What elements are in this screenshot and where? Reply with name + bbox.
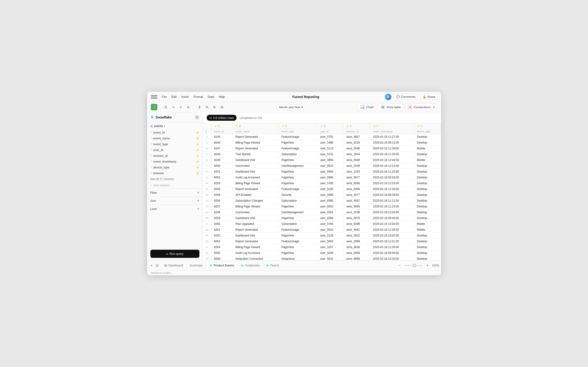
column-item-event-timestamp[interactable]: ⠿ event_timestamp ⚡	[147, 159, 203, 165]
lightning-icon: ⚡	[196, 148, 199, 152]
col-header-c[interactable]: ⚡ C	[278, 123, 317, 129]
chevron-down-icon: ▾	[301, 105, 303, 109]
comments-button[interactable]: 💬 Comments	[394, 94, 418, 100]
sidebar-close-button[interactable]: ✕	[195, 115, 199, 120]
table-row[interactable]: 168259Dashboard VisitPageViewuser_6584se…	[203, 215, 441, 221]
limit-add-button[interactable]: +	[197, 207, 199, 211]
table-row[interactable]: 228265Audit Log AccessedPageViewuser_526…	[203, 250, 441, 256]
table-row[interactable]: 148257Billing Page ViewedPageViewuser_65…	[203, 204, 441, 209]
zoom-out-button[interactable]: −	[397, 263, 402, 268]
align-right-icon[interactable]: ≡	[178, 104, 184, 110]
table-row[interactable]: 28245Report GeneratedFeatureUsageuser_57…	[203, 134, 441, 140]
tab-customers[interactable]: ❄ Customers	[238, 262, 263, 269]
table-row[interactable]: 98252Audit Log AccessedPageViewuser_5966…	[203, 175, 441, 181]
currency-icon[interactable]: $	[197, 104, 202, 110]
column-item-event-name[interactable]: ⠿ event_name ⚡	[147, 135, 203, 141]
table-row[interactable]: 1282552FA EnabledSecurityuser_4585sess_4…	[203, 192, 441, 198]
col-header-d[interactable]: ⚡ D	[317, 123, 343, 129]
menu-format[interactable]: Format	[191, 94, 205, 100]
lightning-g-icon: ⚡	[417, 125, 420, 127]
content-area: ∞ 5.8 million rows completed in 23s ⚡	[203, 112, 441, 260]
table-row[interactable]: 138256Subscription ChangedSubscriptionus…	[203, 198, 441, 204]
tab-summary[interactable]: Summary	[186, 262, 206, 268]
table-name: events	[154, 124, 163, 128]
drag-icon: ⠿	[150, 137, 152, 140]
col-header-b[interactable]: ⚡ B	[233, 123, 279, 129]
table-row[interactable]: 38246Billing Page ViewedPageViewuser_548…	[203, 140, 441, 146]
menu-insert[interactable]: Insert	[179, 94, 191, 100]
share-button[interactable]: 🔒 Share	[420, 94, 437, 100]
table-row[interactable]: 198262Dashboard VisitPageViewuser_5129se…	[203, 233, 441, 239]
col-header-g[interactable]: ⚡ G	[414, 123, 441, 129]
col-header-e[interactable]: ⚡ E	[343, 123, 370, 129]
run-query-button[interactable]: ∞ Run query	[150, 250, 199, 258]
tab-product-events[interactable]: ❄ Product Events	[206, 262, 238, 269]
align-center-icon[interactable]: ≡	[170, 104, 176, 110]
table-row[interactable]: 158258UserInvitedUserManagementuser_6551…	[203, 209, 441, 215]
tab-list-icon[interactable]: ☰	[154, 263, 160, 268]
column-item-session-id[interactable]: ⠿ session_id ⚡	[147, 153, 203, 159]
table-row[interactable]: 208263Report GeneratedFeatureUsageuser_5…	[203, 239, 441, 244]
table-row[interactable]: 118254Report GeneratedFeatureUsageuser_5…	[203, 186, 441, 192]
percent-icon[interactable]: %	[204, 104, 210, 110]
table-icon: ⊞	[150, 125, 153, 128]
field-event-timestamp: event_timestamp	[370, 129, 414, 134]
table-row[interactable]: 68249Dashboard VisitPageViewuser_4856ses…	[203, 157, 441, 163]
column-item-browser[interactable]: ⠿ browser ⚡	[147, 170, 203, 176]
table-row[interactable]: 48247Report GeneratedFeatureUsageuser_51…	[203, 146, 441, 151]
connections-button[interactable]: ✦ Connections · 3	[405, 103, 437, 111]
format-icon[interactable]: ⊞	[219, 104, 225, 110]
menu-data[interactable]: Data	[206, 94, 216, 100]
month-selector[interactable]: Month and Year ▾	[277, 104, 306, 110]
table-row[interactable]: 188261Report GeneratedFeatureUsageuser_5…	[203, 227, 441, 233]
limit-header[interactable]: Limit +	[150, 207, 199, 211]
table-row[interactable]: 88251Dashboard VisitPageViewuser_5864ses…	[203, 169, 441, 175]
column-item-event-id[interactable]: ⠿ event_id ⚡	[147, 130, 203, 135]
table-row[interactable]: 238266Integration ConnectedIntegrationus…	[203, 256, 441, 260]
sort-add-button[interactable]: +	[197, 199, 199, 203]
sort-section: Sort +	[147, 197, 203, 205]
chart-button[interactable]: 📊 Chart	[358, 103, 376, 111]
lightning-a-icon: ⚡	[214, 125, 217, 127]
tab-teams[interactable]: ❄ Teams	[263, 262, 282, 269]
lock-icon: 🔒	[423, 95, 426, 99]
menu-icon[interactable]	[151, 94, 157, 100]
filter-header[interactable]: Filter +	[150, 191, 199, 195]
column-item-device-type[interactable]: ⠿ device_type ⚡	[147, 165, 203, 170]
menu-edit[interactable]: Edit	[170, 94, 178, 100]
table-row[interactable]: 78250UserInvitedUserManagementuser_8522s…	[203, 163, 441, 169]
table-row[interactable]: 218264Billing Page ViewedPageViewuser_52…	[203, 244, 441, 250]
decimal-icon[interactable]: ⇅	[212, 104, 217, 110]
column-item-event-type[interactable]: ⠿ event_type ⚡	[147, 141, 203, 147]
snowflake-teams-icon: ❄	[266, 264, 269, 267]
col-header-a[interactable]: ⚡ A	[211, 123, 233, 129]
filter-add-button[interactable]: +	[197, 191, 199, 195]
pivot-button[interactable]: ⊞ Pivot table	[378, 103, 403, 111]
drag-icon: ⠿	[150, 172, 152, 175]
menu-file[interactable]: File	[160, 94, 169, 100]
align-left-icon[interactable]: ☰	[163, 104, 169, 110]
field-device-type: device_type	[414, 129, 441, 134]
tab-dashboard[interactable]: ⊞ Dashboard	[161, 262, 187, 269]
add-tab-button[interactable]: +	[149, 263, 154, 268]
see-all-columns[interactable]: See all 27 columns	[147, 176, 203, 182]
zoom-in-button[interactable]: +	[425, 263, 430, 268]
table-row[interactable]: 58248Trial StartedSubscriptionuser_5131s…	[203, 151, 441, 157]
table-row[interactable]: 178260Plan UpgradedSubscriptionuser_5784…	[203, 221, 441, 227]
toolbar-right-buttons: 📊 Chart ⊞ Pivot table ✦ Connections · 3	[358, 103, 437, 111]
sort-header[interactable]: Sort +	[150, 199, 199, 203]
field-user-id: user_id	[317, 129, 343, 134]
snowflake-toolbar-btn[interactable]: ☃	[151, 104, 157, 110]
table-selector[interactable]: ⊞ events ▾	[147, 122, 203, 130]
strikethrough-icon[interactable]: S̶	[186, 104, 191, 110]
data-table-container[interactable]: ⚡ A ⚡ B	[203, 123, 441, 260]
join-column[interactable]: + Join column	[147, 182, 203, 188]
bottom-bar: + ☰ ⊞ Dashboard Summary ❄ Product Events…	[147, 260, 441, 270]
infinity-icon: ∞	[166, 252, 168, 256]
menu-help[interactable]: Help	[217, 94, 227, 100]
col-header-f[interactable]: ⚡ F	[370, 123, 414, 129]
zoom-slider[interactable]	[404, 265, 423, 266]
drag-icon: ⠿	[150, 131, 152, 134]
table-row[interactable]: 108253Billing Page ViewedPageViewuser_57…	[203, 181, 441, 186]
column-item-user-id[interactable]: ⠿ user_id ⚡	[147, 147, 203, 153]
